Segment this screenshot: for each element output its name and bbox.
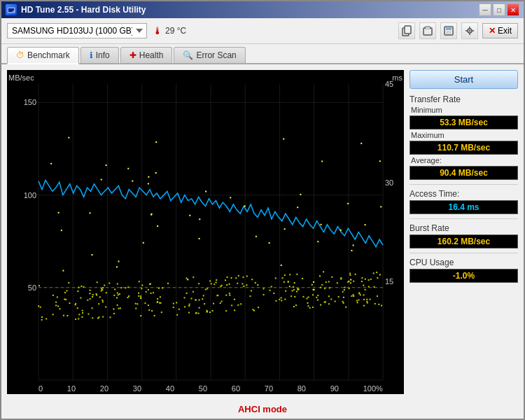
svg-point-2 [13, 10, 14, 12]
transfer-rate-group: Transfer Rate Minimum 53.3 MB/sec Maximu… [410, 94, 518, 180]
svg-rect-4 [405, 26, 411, 34]
close-button[interactable]: ✕ [507, 4, 519, 16]
maximum-label: Maximum [411, 131, 518, 139]
minimum-label: Minimum [411, 106, 518, 114]
footer-text: AHCI mode [238, 404, 287, 414]
maximum-value: 110.7 MB/sec [410, 141, 518, 155]
thermometer-icon: 🌡 [153, 25, 162, 36]
y-axis-label: MB/sec [8, 74, 34, 82]
info-tab-icon: ℹ [90, 50, 93, 60]
divider-3 [410, 253, 518, 253]
tab-bar: ⏱ Benchmark ℹ Info ✚ Health 🔍 Error Scan [1, 44, 524, 64]
svg-point-12 [468, 30, 470, 32]
drive-select[interactable]: SAMSUNG HD103UJ (1000 GB) [7, 23, 147, 38]
benchmark-tab-icon: ⏱ [16, 50, 24, 60]
cpu-usage-label: CPU Usage [410, 258, 518, 267]
tab-info-label: Info [96, 50, 110, 60]
app-icon [6, 4, 17, 15]
benchmark-chart [7, 70, 404, 394]
window-title: HD Tune 2.55 - Hard Disk Utility [21, 5, 146, 15]
exit-label: Exit [498, 26, 512, 36]
chart-area: MB/sec ms 0 10 20 30 40 50 60 70 80 90 1… [7, 70, 404, 394]
maximize-button[interactable]: □ [493, 4, 505, 16]
paste-icon[interactable] [419, 22, 436, 39]
tab-error-scan-label: Error Scan [196, 50, 236, 60]
minimize-button[interactable]: ─ [479, 4, 491, 16]
burst-rate-value: 160.2 MB/sec [410, 234, 518, 248]
save-icon[interactable] [440, 22, 457, 39]
transfer-rate-label: Transfer Rate [410, 94, 518, 104]
health-tab-icon: ✚ [130, 50, 136, 60]
title-bar: HD Tune 2.55 - Hard Disk Utility ─ □ ✕ [1, 1, 524, 18]
access-time-value: 16.4 ms [410, 200, 518, 214]
tab-benchmark-label: Benchmark [27, 50, 70, 60]
access-time-group: Access Time: 16.4 ms [410, 189, 518, 214]
average-label: Average: [411, 156, 518, 164]
start-button[interactable]: Start [410, 70, 518, 89]
divider-1 [410, 184, 518, 185]
divider-2 [410, 218, 518, 219]
svg-rect-9 [446, 27, 451, 30]
burst-rate-label: Burst Rate [410, 223, 518, 233]
toolbar: SAMSUNG HD103UJ (1000 GB) 🌡 29 °C [1, 18, 524, 44]
burst-rate-group: Burst Rate 160.2 MB/sec [410, 223, 518, 248]
main-window: HD Tune 2.55 - Hard Disk Utility ─ □ ✕ S… [0, 0, 525, 420]
window-controls: ─ □ ✕ [479, 4, 519, 16]
content-area: MB/sec ms 0 10 20 30 40 50 60 70 80 90 1… [1, 64, 524, 400]
temperature-display: 🌡 29 °C [153, 25, 186, 36]
tab-health[interactable]: ✚ Health [120, 47, 173, 63]
settings-icon[interactable] [461, 22, 478, 39]
footer: AHCI mode [1, 400, 524, 419]
average-value: 90.4 MB/sec [410, 166, 518, 180]
side-panel: Start Transfer Rate Minimum 53.3 MB/sec … [410, 70, 518, 394]
temperature-value: 29 °C [165, 26, 186, 36]
access-time-label: Access Time: [410, 189, 518, 199]
tab-benchmark[interactable]: ⏱ Benchmark [7, 47, 79, 64]
copy-icon[interactable] [398, 22, 415, 39]
svg-rect-10 [447, 31, 451, 34]
exit-button[interactable]: ✕ Exit [482, 23, 518, 38]
exit-x-icon: ✕ [489, 26, 496, 36]
minimum-value: 53.3 MB/sec [410, 115, 518, 130]
y2-axis-label: ms [392, 74, 402, 82]
toolbar-icons: ✕ Exit [398, 22, 518, 39]
svg-rect-7 [426, 27, 430, 29]
title-bar-left: HD Tune 2.55 - Hard Disk Utility [6, 4, 146, 15]
error-scan-tab-icon: 🔍 [183, 50, 193, 60]
cpu-usage-group: CPU Usage -1.0% [410, 258, 518, 283]
tab-info[interactable]: ℹ Info [80, 47, 119, 63]
tab-health-label: Health [139, 50, 164, 60]
tab-error-scan[interactable]: 🔍 Error Scan [174, 47, 245, 63]
cpu-usage-value: -1.0% [410, 269, 518, 283]
stats-section: Transfer Rate Minimum 53.3 MB/sec Maximu… [410, 94, 518, 283]
